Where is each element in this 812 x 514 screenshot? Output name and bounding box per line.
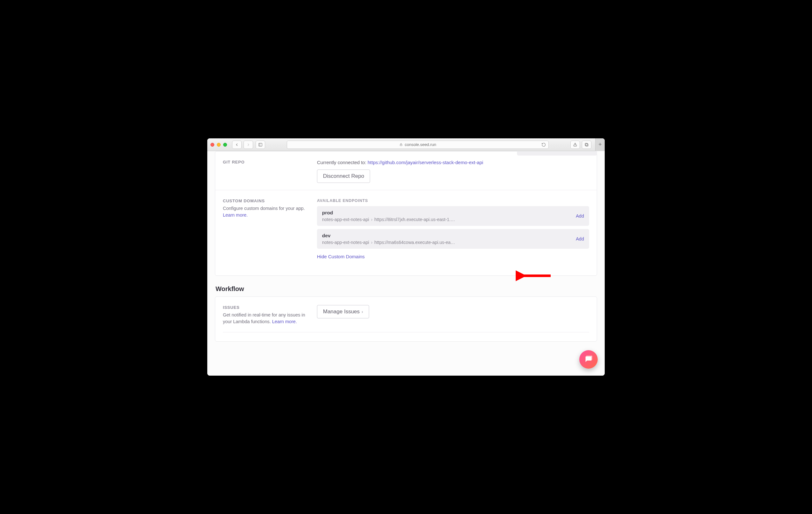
disconnect-repo-button[interactable]: Disconnect Repo xyxy=(317,170,370,183)
endpoint-url: https://ma6s64cowa.execute-api.us-ea… xyxy=(375,240,455,245)
lock-icon xyxy=(399,143,403,146)
browser-window: console.seed.run + GIT REPO xyxy=(207,138,605,376)
nav-forward-button[interactable] xyxy=(243,141,253,149)
endpoint-path: notes-app-ext-notes-api›https://ma6s64co… xyxy=(322,240,571,245)
tabs-icon xyxy=(584,142,589,147)
sidebar-toggle-button[interactable] xyxy=(256,141,265,149)
endpoint-name: dev xyxy=(322,233,571,238)
sidebar-icon xyxy=(258,142,263,147)
endpoint-stack: notes-app-ext-notes-api xyxy=(322,217,369,222)
page-content: GIT REPO Currently connected to: https:/… xyxy=(207,151,605,376)
git-connected-line: Currently connected to: https://github.c… xyxy=(317,160,589,165)
chevron-right-icon: › xyxy=(371,217,373,222)
tabs-button[interactable] xyxy=(582,141,591,149)
issues-section: ISSUES Get notified in real-time for any… xyxy=(215,303,597,332)
custom-domains-desc-text: Configure custom domains for your app. xyxy=(223,206,305,211)
disconnect-repo-label: Disconnect Repo xyxy=(323,173,364,179)
workflow-card: ISSUES Get notified in real-time for any… xyxy=(215,296,597,342)
svg-rect-5 xyxy=(585,143,587,146)
git-repo-title: GIT REPO xyxy=(223,160,311,165)
issues-desc: Get notified in real-time for any issues… xyxy=(223,312,311,325)
nav-back-button[interactable] xyxy=(232,141,242,149)
svg-rect-0 xyxy=(259,143,262,146)
issues-title: ISSUES xyxy=(223,305,311,310)
endpoint-url: https://8itrsl7jxh.execute-api.us-east-1… xyxy=(375,217,455,222)
chat-fab[interactable] xyxy=(579,350,598,369)
workflow-heading: Workflow xyxy=(215,285,597,293)
git-connected-prefix: Currently connected to: xyxy=(317,160,368,165)
git-repo-section: GIT REPO Currently connected to: https:/… xyxy=(215,158,597,190)
chevron-right-icon: › xyxy=(361,309,363,314)
chevron-right-icon xyxy=(246,142,251,147)
address-bar[interactable]: console.seed.run xyxy=(287,141,549,149)
window-zoom[interactable] xyxy=(223,143,227,147)
window-controls xyxy=(210,143,227,147)
chevron-left-icon xyxy=(235,142,239,147)
share-icon xyxy=(573,142,577,147)
chat-icon xyxy=(584,355,593,364)
chevron-right-icon: › xyxy=(371,240,373,245)
manage-issues-label: Manage Issues xyxy=(323,309,359,315)
hide-custom-domains-link[interactable]: Hide Custom Domains xyxy=(317,254,365,259)
custom-domains-section: CUSTOM DOMAINS Configure custom domains … xyxy=(215,190,597,266)
custom-domains-desc: Configure custom domains for your app. L… xyxy=(223,205,311,219)
endpoint-path: notes-app-ext-notes-api›https://8itrsl7j… xyxy=(322,217,571,222)
endpoint-add-button[interactable]: Add xyxy=(576,213,584,219)
titlebar: console.seed.run + xyxy=(207,138,605,151)
window-minimize[interactable] xyxy=(217,143,221,147)
endpoint-stack: notes-app-ext-notes-api xyxy=(322,240,369,245)
side-card-stub xyxy=(517,151,597,155)
svg-rect-2 xyxy=(400,144,402,146)
share-button[interactable] xyxy=(570,141,580,149)
reload-icon[interactable] xyxy=(542,142,546,147)
endpoint-add-button[interactable]: Add xyxy=(576,236,584,241)
svg-rect-4 xyxy=(586,144,588,146)
endpoint-name: prod xyxy=(322,210,571,216)
url-host: console.seed.run xyxy=(405,142,436,147)
manage-issues-button[interactable]: Manage Issues › xyxy=(317,305,369,318)
git-repo-link[interactable]: https://github.com/jayair/serverless-sta… xyxy=(368,160,483,165)
endpoint-row: dev notes-app-ext-notes-api›https://ma6s… xyxy=(317,229,589,249)
endpoint-row: prod notes-app-ext-notes-api›https://8it… xyxy=(317,206,589,226)
divider xyxy=(223,332,589,333)
custom-domains-title: CUSTOM DOMAINS xyxy=(223,198,311,203)
issues-learn-more[interactable]: Learn more. xyxy=(272,319,297,324)
window-close[interactable] xyxy=(210,143,214,147)
app-settings-card: GIT REPO Currently connected to: https:/… xyxy=(215,151,597,276)
available-endpoints-heading: AVAILABLE ENDPOINTS xyxy=(317,198,589,203)
new-tab-button[interactable]: + xyxy=(595,138,605,151)
custom-domains-learn-more[interactable]: Learn more. xyxy=(223,212,248,218)
